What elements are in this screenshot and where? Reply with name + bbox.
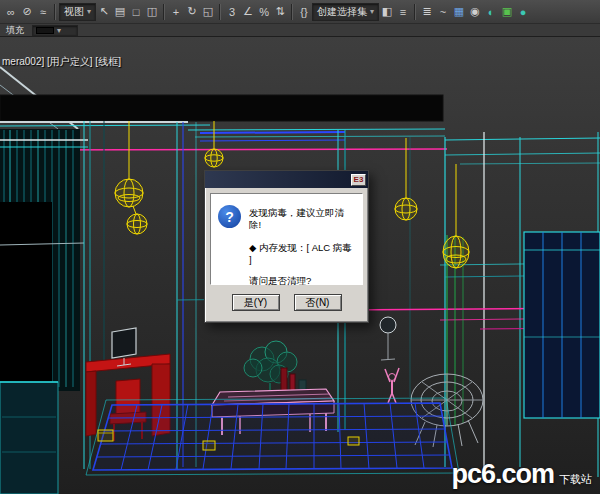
toolbar-separator	[291, 4, 293, 20]
selection-filter-dropdown[interactable]: 视图 ▾	[59, 3, 96, 21]
watermark-suffix: 下载站	[559, 472, 592, 487]
watermark: pc6.com 下载站	[451, 459, 592, 490]
percent-snap-icon[interactable]: %	[256, 3, 272, 21]
dialog-message-line2: ◆ 内存发现：[ ALC 病毒 ]	[249, 242, 356, 266]
dialog-message-line1: 发现病毒，建议立即清除!	[249, 207, 356, 231]
rendered-frame-icon[interactable]: ▣	[499, 3, 515, 21]
curve-editor-icon[interactable]: ~	[435, 3, 451, 21]
select-object-icon[interactable]: ↖	[96, 3, 112, 21]
fill-dropdown[interactable]: ▾	[32, 25, 78, 36]
schematic-view-icon[interactable]: ▦	[451, 3, 467, 21]
wardrobe	[524, 232, 600, 418]
window-crossing-icon[interactable]: ◫	[144, 3, 160, 21]
selection-filter-value: 视图	[64, 5, 84, 19]
align-icon[interactable]: ≡	[395, 3, 411, 21]
snap-toggle-3d-icon[interactable]: 3	[224, 3, 240, 21]
render-setup-icon[interactable]: ◐	[483, 3, 499, 21]
no-button[interactable]: 否(N)	[294, 294, 342, 311]
rectangular-selection-region-icon[interactable]: □	[128, 3, 144, 21]
viewport-label[interactable]: mera002] [用户定义] [线框]	[2, 55, 121, 69]
toolbar-separator	[54, 4, 56, 20]
virus-warning-dialog: E3 ? 发现病毒，建议立即清除! ◆ 内存发现：[ ALC 病毒 ] 请问是否…	[204, 170, 369, 323]
select-and-move-icon[interactable]: +	[168, 3, 184, 21]
chevron-down-icon: ▾	[57, 26, 61, 35]
spinner-snap-icon[interactable]: ⇅	[272, 3, 288, 21]
floor-grid	[93, 403, 452, 470]
dialog-message-panel: ? 发现病毒，建议立即清除! ◆ 内存发现：[ ALC 病毒 ] 请问是否清理?	[210, 193, 363, 285]
table-lamp	[380, 317, 396, 360]
fill-label: 填充	[6, 24, 24, 37]
toolbar-separator	[219, 4, 221, 20]
3dsmax-window: ∞ ⊘ ≈ 视图 ▾ ↖ ▤ □ ◫ + ↻ ◱ 3 ∠ % ⇅ {} 创建选择…	[0, 0, 600, 494]
yes-button[interactable]: 是(Y)	[232, 294, 280, 311]
vases	[281, 368, 306, 392]
layer-manager-icon[interactable]: ≣	[419, 3, 435, 21]
dialog-button-row: 是(Y) 否(N)	[205, 285, 368, 322]
left-wall-blinds	[0, 129, 88, 494]
edit-named-selection-sets-icon[interactable]: {}	[296, 3, 312, 21]
named-selection-set-combo[interactable]: 创建选择集 ▾	[312, 3, 379, 21]
select-by-name-icon[interactable]: ▤	[112, 3, 128, 21]
dialog-titlebar[interactable]: E3	[205, 171, 368, 188]
viewport-camera002[interactable]: mera002] [用户定义] [线框] E3 ? 发现病毒，建议立即清除! ◆…	[0, 37, 600, 494]
mirror-icon[interactable]: ◧	[379, 3, 395, 21]
watermark-brand: pc6.com	[451, 459, 554, 490]
chevron-down-icon: ▾	[370, 7, 374, 16]
secondary-toolbar: 填充 ▾	[0, 24, 600, 37]
pink-figurine	[385, 368, 399, 403]
named-selection-set-value: 创建选择集	[317, 5, 367, 19]
main-toolbar: ∞ ⊘ ≈ 视图 ▾ ↖ ▤ □ ◫ + ↻ ◱ 3 ∠ % ⇅ {} 创建选择…	[0, 0, 600, 24]
plant	[244, 341, 297, 393]
dialog-close-button[interactable]: E3	[351, 174, 366, 186]
bind-to-space-warp-icon[interactable]: ≈	[35, 3, 51, 21]
dialog-message-line3: 请问是否清理?	[249, 275, 356, 287]
unlink-selection-icon[interactable]: ⊘	[19, 3, 35, 21]
chevron-down-icon: ▾	[87, 7, 91, 16]
material-editor-icon[interactable]: ◉	[467, 3, 483, 21]
select-and-scale-icon[interactable]: ◱	[200, 3, 216, 21]
toolbar-separator	[414, 4, 416, 20]
select-and-link-icon[interactable]: ∞	[3, 3, 19, 21]
toolbar-separator	[163, 4, 165, 20]
fill-swatch	[36, 27, 54, 34]
question-icon: ?	[218, 205, 241, 228]
select-and-rotate-icon[interactable]: ↻	[184, 3, 200, 21]
render-production-icon[interactable]: ●	[515, 3, 531, 21]
angle-snap-icon[interactable]: ∠	[240, 3, 256, 21]
